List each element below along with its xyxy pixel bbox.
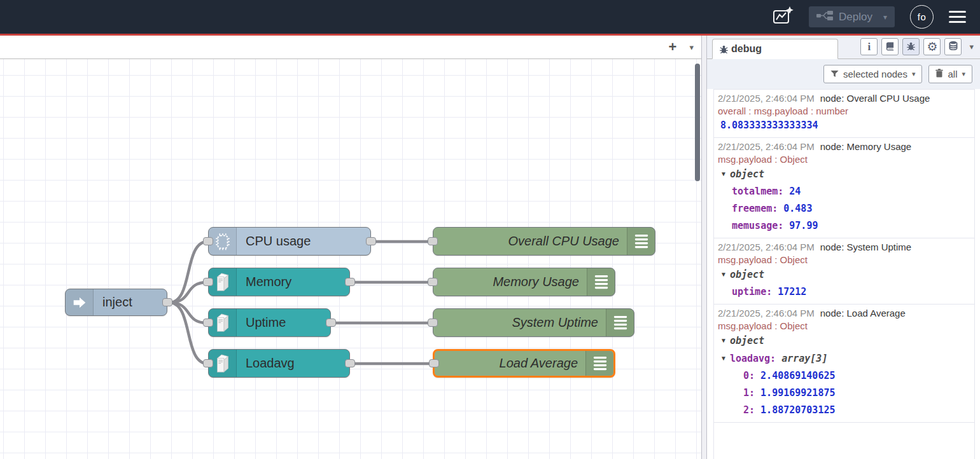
- array-index: 0:: [743, 370, 755, 381]
- flow-sparkle-icon: [772, 6, 794, 28]
- node-debug-memory[interactable]: Memory Usage: [433, 268, 615, 296]
- message-node-name: node: Load Average: [820, 308, 906, 319]
- node-label: inject: [102, 295, 132, 310]
- message-property: msg.payload : Object: [717, 254, 970, 266]
- clear-label: all: [948, 69, 957, 79]
- user-avatar[interactable]: fo: [910, 5, 934, 29]
- sidebar-tab-bar: debug i ⚙ ▾: [707, 36, 980, 59]
- debug-tab-button[interactable]: [902, 38, 920, 55]
- collapse-caret-icon[interactable]: ▼: [720, 266, 727, 283]
- node-loadavg[interactable]: Loadavg: [208, 349, 350, 378]
- port-input[interactable]: [203, 237, 213, 245]
- array-type-label: array[3]: [781, 353, 827, 364]
- message-timestamp: 2/21/2025, 2:46:04 PM: [718, 308, 815, 319]
- port-input[interactable]: [203, 278, 213, 286]
- collapse-caret-icon[interactable]: ▼: [720, 332, 727, 349]
- node-inject[interactable]: inject: [65, 289, 167, 316]
- node-debug-uptime[interactable]: System Uptime: [433, 308, 634, 337]
- info-tab-button[interactable]: i: [860, 38, 878, 55]
- clear-caret-icon: ▾: [962, 70, 965, 78]
- node-label: Overall CPU Usage: [508, 234, 619, 249]
- filter-nodes-button[interactable]: selected nodes ▾: [823, 65, 922, 83]
- node-debug-load-average[interactable]: Load Average: [433, 349, 615, 378]
- context-tab-button[interactable]: [944, 38, 962, 55]
- object-key: loadavg:: [730, 353, 776, 364]
- debug-list-icon: [606, 309, 634, 336]
- debug-sidebar: debug i ⚙ ▾: [707, 36, 980, 459]
- message-node-name: node: Overall CPU Usage: [820, 93, 930, 104]
- clear-messages-button[interactable]: all ▾: [928, 65, 972, 83]
- header-bar: Deploy ▾ fo: [0, 0, 980, 34]
- node-label: CPU usage: [246, 234, 311, 249]
- tab-debug[interactable]: debug: [712, 39, 838, 59]
- node-uptime[interactable]: Uptime: [208, 308, 331, 337]
- node-label: Memory: [246, 275, 291, 289]
- config-tab-button[interactable]: ⚙: [923, 38, 941, 55]
- array-index: 1:: [743, 387, 755, 399]
- port-input[interactable]: [428, 237, 438, 245]
- debug-message-list: 2/21/2025, 2:46:04 PMnode: Overall CPU U…: [713, 89, 975, 459]
- node-label: Memory Usage: [493, 275, 579, 289]
- node-label: System Uptime: [512, 315, 598, 330]
- info-icon: i: [868, 41, 871, 53]
- node-cpu-usage[interactable]: CPU usage: [208, 227, 371, 256]
- message-timestamp: 2/21/2025, 2:46:04 PM: [718, 141, 815, 152]
- add-flow-button[interactable]: +: [669, 40, 677, 54]
- deploy-button[interactable]: Deploy ▾: [809, 6, 895, 27]
- debug-toolbar: selected nodes ▾ all ▾: [707, 59, 980, 89]
- message-node-name: node: System Uptime: [820, 242, 911, 252]
- debug-list-icon: [587, 268, 615, 296]
- database-icon: [948, 41, 958, 53]
- workspace-tab-bar: + ▾: [0, 36, 701, 59]
- port-output[interactable]: [345, 278, 355, 286]
- debug-list-icon: [585, 351, 613, 376]
- object-key: uptime:: [732, 286, 772, 298]
- port-output[interactable]: [345, 359, 355, 367]
- node-label: Loadavg: [246, 356, 295, 371]
- collapse-caret-icon[interactable]: ▼: [720, 165, 727, 182]
- node-debug-overall-cpu[interactable]: Overall CPU Usage: [433, 227, 655, 256]
- port-input[interactable]: [203, 319, 213, 327]
- message-node-name: node: Memory Usage: [820, 141, 911, 152]
- port-input[interactable]: [428, 278, 438, 286]
- debug-message: 2/21/2025, 2:46:04 PMnode: Overall CPU U…: [714, 89, 974, 138]
- filter-caret-icon: ▾: [912, 70, 916, 78]
- help-tab-button[interactable]: [881, 38, 899, 55]
- flow-canvas[interactable]: inject CPU usage: [0, 59, 701, 459]
- object-type-label: object: [730, 168, 764, 180]
- canvas-vertical-scrollbar[interactable]: [695, 64, 700, 181]
- flow-list-caret-icon[interactable]: ▾: [689, 43, 694, 52]
- message-timestamp: 2/21/2025, 2:46:04 PM: [718, 93, 815, 104]
- wire-layer: [0, 59, 701, 459]
- port-output[interactable]: [326, 319, 336, 327]
- main-menu-icon[interactable]: [949, 11, 966, 24]
- ai-assistant-button[interactable]: [772, 6, 794, 28]
- tab-debug-label: debug: [731, 43, 762, 55]
- panel-resize-handle[interactable]: [701, 36, 707, 459]
- array-value: 1.88720703125: [760, 404, 835, 416]
- object-key: memusage:: [732, 220, 783, 231]
- port-input[interactable]: [429, 359, 439, 367]
- port-output[interactable]: [162, 298, 172, 306]
- trash-icon: [935, 69, 943, 79]
- bug-icon: [719, 45, 729, 54]
- collapse-caret-icon[interactable]: ▼: [720, 350, 727, 367]
- port-input[interactable]: [203, 359, 213, 367]
- object-key: freemem:: [732, 203, 778, 214]
- deploy-label: Deploy: [839, 11, 872, 24]
- object-value: 97.99: [789, 220, 818, 231]
- bug-icon: [906, 41, 916, 53]
- message-timestamp: 2/21/2025, 2:46:04 PM: [718, 242, 815, 252]
- message-property: msg.payload : Object: [717, 153, 970, 165]
- debug-message: 2/21/2025, 2:46:04 PMnode: Load Average …: [714, 305, 974, 423]
- sidebar-menu-caret-icon[interactable]: ▾: [969, 42, 974, 51]
- object-type-label: object: [730, 335, 764, 346]
- gear-icon: ⚙: [927, 41, 937, 53]
- node-label: Load Average: [500, 356, 578, 371]
- array-value: 2.40869140625: [760, 370, 835, 381]
- port-input[interactable]: [428, 319, 438, 327]
- deploy-icon: [816, 10, 833, 24]
- node-memory[interactable]: Memory: [208, 268, 350, 296]
- port-output[interactable]: [366, 237, 376, 245]
- deploy-caret-icon[interactable]: ▾: [883, 13, 887, 22]
